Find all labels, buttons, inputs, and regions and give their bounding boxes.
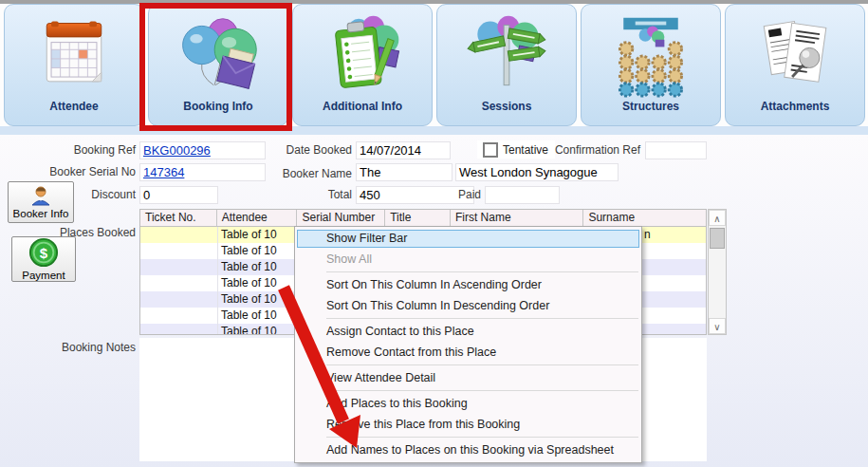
tab-label: Booking Info xyxy=(183,100,252,113)
column-header-attendee[interactable]: Attendee xyxy=(217,210,298,226)
menu-item-show-all: Show All xyxy=(295,249,641,270)
confirmation-ref-label: Confirmation Ref xyxy=(526,141,640,159)
menu-item-show-filter-bar[interactable]: Show Filter Bar xyxy=(297,230,639,248)
menu-separator xyxy=(326,364,638,365)
menu-item-assign-contact[interactable]: Assign Contact to this Place xyxy=(295,321,641,342)
table-scrollbar[interactable]: ∧ ∨ xyxy=(708,209,727,335)
surname-partial-text: n xyxy=(644,227,651,243)
tab-attachments[interactable]: Attachments xyxy=(725,4,865,126)
signpost-icon xyxy=(461,12,552,100)
menu-item-add-places[interactable]: Add Places to this Booking xyxy=(295,393,641,414)
booker-name-prefix-field[interactable]: The xyxy=(356,163,452,181)
calendar-icon xyxy=(28,12,120,100)
context-menu: Show Filter Bar Show All Sort On This Co… xyxy=(294,226,642,463)
menu-item-add-names-via-spreadsheet[interactable]: Add Names to Places on this Booking via … xyxy=(295,439,641,460)
booker-serial-link[interactable]: 147364 xyxy=(143,165,184,179)
menu-item-view-attendee-detail[interactable]: View Attendee Detail xyxy=(295,367,641,388)
date-booked-field[interactable]: 14/07/2014 xyxy=(356,141,451,159)
svg-text:$: $ xyxy=(40,245,48,261)
menu-item-sort-descending[interactable]: Sort On This Column In Descending Order xyxy=(295,295,641,316)
payment-button-label: Payment xyxy=(22,270,65,281)
booking-ref-link[interactable]: BKG000296 xyxy=(143,143,211,158)
tab-label: Attachments xyxy=(761,100,830,113)
scroll-up-arrow-icon[interactable]: ∧ xyxy=(709,210,726,226)
tab-bar-bottom-strip xyxy=(0,126,868,135)
tab-bar: Attendee Booking Info xyxy=(0,4,868,126)
column-header-serial-number[interactable]: Serial Number xyxy=(297,210,385,226)
booker-name-label: Booker Name xyxy=(237,165,352,183)
menu-item-remove-contact[interactable]: Remove Contact from this Place xyxy=(295,342,641,363)
booking-notes-label: Booking Notes xyxy=(19,339,136,357)
menu-item-sort-ascending[interactable]: Sort On This Column In Ascending Order xyxy=(295,274,641,295)
booking-ref-label: Booking Ref xyxy=(19,141,136,159)
booker-name-field[interactable]: West London Synagogue xyxy=(455,163,619,181)
tab-label: Additional Info xyxy=(323,100,402,113)
column-divider xyxy=(217,227,218,334)
tab-label: Sessions xyxy=(482,100,532,113)
scroll-down-arrow-icon[interactable]: ∨ xyxy=(709,318,726,334)
tab-label: Structures xyxy=(622,100,679,113)
paid-label: Paid xyxy=(417,186,481,204)
discount-field[interactable]: 0 xyxy=(139,186,218,204)
menu-separator xyxy=(326,390,638,391)
tables-icon xyxy=(605,12,696,100)
booker-serial-label: Booker Serial No xyxy=(19,163,136,181)
clipboard-icon xyxy=(317,12,408,100)
tab-sessions[interactable]: Sessions xyxy=(436,4,577,126)
paid-field[interactable] xyxy=(485,186,560,204)
balloons-icon xyxy=(173,12,264,100)
payment-button[interactable]: $ Payment xyxy=(11,236,76,282)
pinned-documents-icon xyxy=(749,12,840,100)
menu-item-remove-place[interactable]: Remove this Place from this Booking xyxy=(295,414,641,435)
date-booked-label: Date Booked xyxy=(237,141,352,159)
booking-window: Attendee Booking Info xyxy=(0,0,868,467)
confirmation-ref-field[interactable] xyxy=(645,141,707,159)
tentative-checkbox[interactable] xyxy=(483,142,498,158)
column-header-surname[interactable]: Surname xyxy=(583,210,706,226)
column-header-first-name[interactable]: First Name xyxy=(451,210,584,226)
menu-separator xyxy=(326,437,638,438)
tab-additional-info[interactable]: Additional Info xyxy=(292,4,433,126)
tab-structures[interactable]: Structures xyxy=(581,4,721,126)
column-header-title[interactable]: Title xyxy=(385,210,451,226)
table-header-row: Ticket No. Attendee Serial Number Title … xyxy=(140,210,706,227)
tab-label: Attendee xyxy=(49,100,98,113)
booker-info-button-label: Booker Info xyxy=(13,208,69,219)
total-label: Total xyxy=(237,186,352,204)
scrollbar-thumb[interactable] xyxy=(710,228,725,249)
dollar-coin-icon: $ xyxy=(28,237,59,270)
person-icon xyxy=(29,185,52,208)
menu-separator xyxy=(326,318,638,319)
menu-separator xyxy=(326,271,638,272)
tab-booking-info[interactable]: Booking Info xyxy=(148,4,288,126)
column-header-ticket-no[interactable]: Ticket No. xyxy=(140,210,217,226)
booker-info-button[interactable]: Booker Info xyxy=(8,181,74,223)
tab-attendee[interactable]: Attendee xyxy=(4,4,144,126)
